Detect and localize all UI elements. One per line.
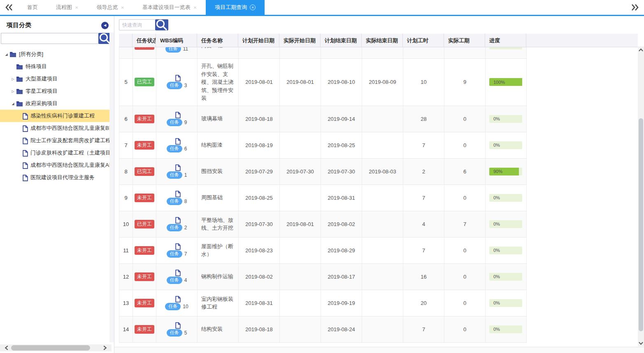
scroll-up-icon[interactable] <box>638 46 644 53</box>
actual-end-date <box>362 211 403 237</box>
quick-search-button[interactable] <box>155 19 168 30</box>
task-name: 结构面漆 <box>198 132 239 158</box>
column-header[interactable]: 计划开始日期 <box>238 34 279 47</box>
nav-tab[interactable]: 领导总览 ✕ <box>87 0 133 15</box>
tab-close-icon[interactable]: ✕ <box>75 5 78 10</box>
column-header[interactable]: 任务名称 <box>197 34 238 47</box>
file-icon <box>23 150 28 156</box>
column-header[interactable]: 实际结束日期 <box>362 34 403 47</box>
wbs-cell: 任务 4 <box>156 264 198 290</box>
sidebar-collapse-button[interactable]: ◀ <box>101 22 109 29</box>
folder-icon <box>16 101 23 107</box>
table-row[interactable]: 8 已完工 任务 1 围挡安装 2019-07-29 2019-07-30 20… <box>119 159 527 185</box>
column-header[interactable]: 实际工期 <box>444 34 485 47</box>
plan-end-date: 2019-09-14 <box>321 106 362 132</box>
table-row[interactable]: 14 未开工 任务 5 结构安装 2019-08-18 2019-08-24 7… <box>119 316 527 343</box>
column-header[interactable]: 实际开始日期 <box>279 34 321 47</box>
wbs-cell: 任务 11 <box>156 47 198 58</box>
nav-tab-label: 流程图 <box>56 4 72 11</box>
plan-hours: 7 <box>403 132 444 158</box>
tree-item[interactable]: 成都市中西医结合医院儿童康复B区修缮 <box>0 122 114 134</box>
tab-close-icon[interactable]: ✕ <box>250 5 256 10</box>
table-row[interactable]: 10 已开工 任务 2 平整场地、放线、土方开挖 2019-07-30 2019… <box>119 211 527 238</box>
plan-start-date: 2019-08-23 <box>239 238 280 263</box>
actual-start-date: 2019-08-01 <box>280 59 321 106</box>
scroll-tabs-left-icon[interactable] <box>0 0 18 15</box>
row-number: 10 <box>119 211 133 237</box>
table-row[interactable]: 7 未开工 任务 6 结构面漆 2019-08-19 2019-08-25 7 … <box>119 132 527 159</box>
tree-item[interactable]: 门诊皮肤科改扩建工程（土建项目） <box>0 147 114 159</box>
table-row[interactable]: 11 未开工 任务 7 屋面维护（断水） 2019-08-23 2019-08-… <box>119 238 527 264</box>
tree-item-label: 零星工程项目 <box>26 88 58 95</box>
tree-item[interactable]: 特殊项目 <box>0 60 114 73</box>
actual-duration: 0 <box>444 316 486 342</box>
column-header[interactable]: 任务状态 <box>133 34 156 47</box>
progress-bar: 0% <box>489 247 522 254</box>
status-badge: 未开工 <box>135 47 154 50</box>
plan-end-date: 2019-09-20 <box>321 47 362 58</box>
status-badge: 未开工 <box>135 272 154 281</box>
tree-expander-icon[interactable]: ◢ <box>3 53 9 56</box>
tree-item[interactable]: ◢ 政府采购项目 <box>0 97 114 110</box>
table-row[interactable]: 6 未开工 任务 9 玻璃幕墙 2019-08-18 2019-09-14 28… <box>119 106 527 132</box>
sidebar-horizontal-scrollbar[interactable] <box>0 344 112 351</box>
tree-expander-icon[interactable]: ▷ <box>10 90 16 93</box>
sidebar-vertical-scrollbar[interactable] <box>109 32 114 342</box>
actual-end-date <box>362 132 403 158</box>
plan-hours: 4 <box>403 211 444 237</box>
tree-item[interactable]: ▷ 大型基建项目 <box>0 73 114 85</box>
scrollbar-thumb[interactable] <box>639 118 643 331</box>
plan-end-date: 2019-09-19 <box>321 290 362 316</box>
progress-label: 0% <box>493 116 500 121</box>
project-category-sidebar: 项目分类 ◀ ◢ [所有分类] 特殊项目 ▷ <box>0 16 114 353</box>
actual-start-date: 2019-08-01 <box>280 211 321 237</box>
nav-tab[interactable]: 基本建设项目一览表 ✕ <box>133 0 206 15</box>
plan-hours: 10 <box>403 59 444 106</box>
nav-tab[interactable]: 流程图 ✕ <box>47 0 87 15</box>
scrollbar-thumb[interactable] <box>11 345 90 351</box>
scroll-tabs-right-icon[interactable] <box>626 0 644 15</box>
tree-expander-icon[interactable]: ▷ <box>10 77 16 81</box>
nav-tab-label: 项目工期查询 <box>215 4 247 11</box>
table-row[interactable]: 4 未开工 任务 11 门窗工程 2019-09-15 2019-09-20 6… <box>119 47 527 59</box>
scroll-down-icon[interactable] <box>638 340 644 346</box>
tree-item[interactable]: 医院建设项目代理业主服务 <box>0 171 114 184</box>
folder-icon <box>16 76 23 82</box>
column-header[interactable]: WBS编码 <box>156 34 197 47</box>
nav-tab[interactable]: 项目工期查询 ✕ <box>206 0 265 15</box>
table-row[interactable]: 12 未开工 任务 4 钢构制作运输 2019-08-02 2019-08-17… <box>119 264 527 290</box>
wbs-number: 3 <box>184 83 187 88</box>
task-type-badge: 任务 <box>167 250 182 258</box>
nav-tab[interactable]: 首页 <box>18 0 47 15</box>
tab-close-icon[interactable]: ✕ <box>193 5 197 10</box>
tree-item[interactable]: 成都市中西医结合医院儿童康复A区文化 <box>0 159 114 171</box>
category-search-input[interactable] <box>1 33 98 44</box>
scroll-left-icon[interactable] <box>3 345 10 351</box>
quick-search-input[interactable] <box>119 19 155 30</box>
column-header[interactable]: 计划结束日期 <box>321 34 362 47</box>
tree-item-label: 政府采购项目 <box>26 100 58 107</box>
tree-item[interactable]: 感染性疾病科门诊重建工程 <box>0 110 114 122</box>
column-header[interactable]: 计划工时 <box>403 34 444 47</box>
column-header[interactable]: 进度 <box>485 34 526 47</box>
table-body: 4 未开工 任务 11 门窗工程 2019-09-15 2019-09-20 6… <box>119 47 527 343</box>
column-header[interactable] <box>119 34 133 47</box>
table-row[interactable]: 9 未开工 任务 8 周围基础 2019-08-25 2019-08-31 7 … <box>119 185 527 211</box>
tab-close-icon[interactable]: ✕ <box>121 5 124 10</box>
table-vertical-scrollbar[interactable] <box>638 46 644 346</box>
scroll-right-icon[interactable] <box>102 345 108 351</box>
tree-item[interactable]: ◢ [所有分类] <box>0 48 114 60</box>
tree-item[interactable]: 院士工作室及配套用房改扩建工程 <box>0 134 114 147</box>
tree-expander-icon[interactable]: ◢ <box>10 102 16 106</box>
file-icon <box>23 175 28 181</box>
file-icon <box>23 162 28 168</box>
table-row[interactable]: 5 已完工 任务 3 开孔、钢筋制作安装、支模、混凝土浇筑、预埋件安装 2019… <box>119 59 527 106</box>
progress-label: 100% <box>493 80 505 85</box>
table-row[interactable]: 13 未开工 任务 10 室内彩钢板装修工程 2019-08-31 2019-0… <box>119 290 527 316</box>
task-name: 围挡安装 <box>198 159 239 185</box>
wbs-cell: 任务 6 <box>156 132 198 158</box>
actual-end-date <box>362 316 403 342</box>
tree-item[interactable]: ▷ 零星工程项目 <box>0 85 114 97</box>
actual-duration: 6 <box>444 159 486 185</box>
plan-end-date: 2019-08-10 <box>321 59 362 106</box>
